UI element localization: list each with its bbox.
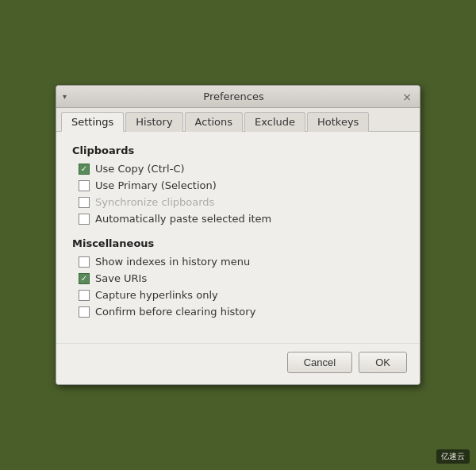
auto-paste-checkbox[interactable] — [79, 214, 90, 225]
watermark: 亿速云 — [436, 449, 470, 464]
list-item: Show indexes in history menu — [79, 256, 404, 268]
ok-button[interactable]: OK — [359, 352, 407, 373]
list-item: Use Primary (Selection) — [79, 179, 404, 191]
tab-settings[interactable]: Settings — [61, 112, 124, 132]
confirm-clearing-label: Confirm before clearing history — [95, 306, 255, 318]
miscellaneous-group: Show indexes in history menu Save URIs C… — [79, 256, 404, 318]
tab-exclude[interactable]: Exclude — [244, 112, 305, 132]
list-item: Synchronize clipboards — [79, 196, 404, 208]
clipboards-group: Use Copy (Ctrl-C) Use Primary (Selection… — [79, 163, 404, 225]
sync-clipboards-label: Synchronize clipboards — [95, 196, 214, 208]
settings-panel: Clipboards Use Copy (Ctrl-C) Use Primary… — [56, 132, 420, 343]
capture-hyperlinks-label: Capture hyperlinks only — [95, 289, 218, 301]
confirm-clearing-checkbox[interactable] — [79, 306, 90, 318]
save-uris-label: Save URIs — [95, 272, 147, 284]
tab-history[interactable]: History — [125, 112, 182, 132]
capture-hyperlinks-checkbox[interactable] — [79, 290, 90, 301]
tab-actions[interactable]: Actions — [185, 112, 244, 132]
list-item: Automatically paste selected item — [79, 213, 404, 225]
list-item: Use Copy (Ctrl-C) — [79, 163, 404, 175]
clipboards-section-title: Clipboards — [72, 144, 404, 156]
auto-paste-label: Automatically paste selected item — [95, 213, 271, 225]
footer: Cancel OK — [56, 343, 420, 384]
use-primary-checkbox[interactable] — [79, 180, 90, 191]
close-button[interactable]: × — [401, 91, 413, 102]
titlebar: ▾ Preferences × — [56, 86, 420, 108]
use-copy-label: Use Copy (Ctrl-C) — [95, 163, 185, 175]
use-copy-checkbox[interactable] — [79, 164, 90, 175]
sync-clipboards-checkbox[interactable] — [79, 197, 90, 208]
list-item: Confirm before clearing history — [79, 306, 404, 318]
save-uris-checkbox[interactable] — [79, 273, 90, 284]
tab-hotkeys[interactable]: Hotkeys — [307, 112, 369, 132]
list-item: Save URIs — [79, 272, 404, 284]
preferences-window: ▾ Preferences × Settings History Actions… — [56, 85, 420, 385]
tab-bar: Settings History Actions Exclude Hotkeys — [56, 108, 420, 132]
show-indexes-label: Show indexes in history menu — [95, 256, 250, 268]
list-item: Capture hyperlinks only — [79, 289, 404, 301]
cancel-button[interactable]: Cancel — [287, 352, 352, 373]
miscellaneous-section-title: Miscellaneous — [72, 237, 404, 249]
show-indexes-checkbox[interactable] — [79, 256, 90, 268]
window-title: Preferences — [67, 91, 401, 102]
use-primary-label: Use Primary (Selection) — [95, 179, 217, 191]
